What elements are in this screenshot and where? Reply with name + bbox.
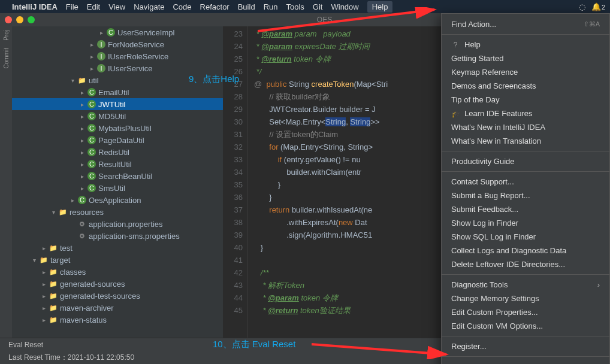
dd-vm-options[interactable]: Edit Custom VM Options... bbox=[442, 319, 609, 333]
tree-row[interactable]: ▾📁resources bbox=[12, 206, 223, 218]
tree-caret-icon[interactable]: ▾ bbox=[50, 209, 56, 216]
tree-caret-icon[interactable]: ▸ bbox=[41, 305, 47, 311]
dd-diagnostic[interactable]: Diagnostic Tools› bbox=[442, 278, 609, 292]
rail-commit[interactable]: Commit bbox=[3, 48, 10, 68]
sync-icon[interactable]: ◌ bbox=[579, 2, 585, 11]
tree-caret-icon[interactable]: ▸ bbox=[79, 173, 85, 180]
tree-node-label: IUserRoleService bbox=[108, 52, 168, 61]
menu-tools[interactable]: Tools bbox=[286, 2, 304, 11]
dd-register[interactable]: Register... bbox=[442, 339, 609, 353]
rail-project[interactable]: Proj bbox=[3, 30, 10, 41]
tree-row[interactable]: ▸CPageDataUtil bbox=[12, 134, 223, 146]
dd-learn[interactable]: 🎓Learn IDE Features bbox=[442, 107, 609, 120]
dd-collect-logs[interactable]: Collect Logs and Diagnostic Data bbox=[442, 244, 609, 257]
tree-caret-icon[interactable]: ▸ bbox=[70, 197, 76, 204]
tree-row[interactable]: ⚙application-sms.properties bbox=[12, 230, 223, 242]
notification-bell-icon[interactable]: 🔔2 bbox=[591, 2, 605, 11]
tree-caret-icon[interactable]: ▸ bbox=[79, 113, 85, 120]
menu-run[interactable]: Run bbox=[264, 2, 278, 11]
tree-row[interactable]: ▸CMD5Util bbox=[12, 110, 223, 122]
menu-edit[interactable]: Edit bbox=[87, 2, 100, 11]
eval-reset-status[interactable]: Eval Reset bbox=[8, 341, 43, 349]
tree-row[interactable]: ▸CSmsUtil bbox=[12, 182, 223, 194]
menu-file[interactable]: File bbox=[66, 2, 78, 11]
dd-separator bbox=[442, 336, 609, 336]
window-minimize-icon[interactable] bbox=[16, 16, 23, 23]
dd-showsql[interactable]: Show SQL Log in Finder bbox=[442, 230, 609, 244]
menu-navigate[interactable]: Navigate bbox=[134, 2, 164, 11]
tree-row[interactable]: ▾📁util bbox=[12, 74, 223, 86]
tree-row[interactable]: ▸📁maven-archiver bbox=[12, 302, 223, 314]
tree-caret-icon[interactable]: ▸ bbox=[41, 281, 47, 287]
tree-row[interactable]: ▸CSearchBeanUtil bbox=[12, 170, 223, 182]
tree-row[interactable]: ▸IForNodeService bbox=[12, 38, 223, 50]
tree-caret-icon[interactable]: ▸ bbox=[79, 161, 85, 168]
project-tree[interactable]: ▸CUserServiceImpl▸IForNodeService▸IIUser… bbox=[12, 26, 223, 338]
tree-node-label: util bbox=[89, 76, 99, 85]
gutter-line: 45 bbox=[223, 304, 243, 317]
tree-row[interactable]: ▸CUserServiceImpl bbox=[12, 26, 223, 38]
menu-git[interactable]: Git bbox=[313, 2, 323, 11]
tree-row[interactable]: ▸📁maven-status bbox=[12, 314, 223, 326]
dd-eval-reset[interactable]: ↻Eval Reset bbox=[442, 360, 609, 364]
dd-keymap[interactable]: Keymap Reference bbox=[442, 65, 609, 79]
menu-code[interactable]: Code bbox=[173, 2, 191, 11]
dd-productivity[interactable]: Productivity Guide bbox=[442, 154, 609, 168]
tree-row[interactable]: ▾📁target bbox=[12, 254, 223, 266]
tree-caret-icon[interactable]: ▸ bbox=[89, 53, 95, 60]
tree-caret-icon[interactable]: ▸ bbox=[79, 185, 85, 192]
dd-getting-started[interactable]: Getting Started bbox=[442, 51, 609, 65]
kbd-shortcut: ⇧⌘A bbox=[584, 20, 600, 28]
dd-feedback[interactable]: Submit Feedback... bbox=[442, 202, 609, 216]
dd-custom-props[interactable]: Edit Custom Properties... bbox=[442, 305, 609, 319]
dd-showlog[interactable]: Show Log in Finder bbox=[442, 216, 609, 230]
tree-caret-icon[interactable]: ▾ bbox=[31, 257, 37, 263]
dd-find-action[interactable]: Find Action...⇧⌘A bbox=[442, 17, 609, 31]
tree-caret-icon[interactable]: ▸ bbox=[41, 293, 47, 299]
tree-row[interactable]: ▸CMybatisPlusUtil bbox=[12, 122, 223, 134]
left-tool-rail[interactable]: Proj Commit bbox=[0, 26, 12, 338]
menu-help[interactable]: Help bbox=[367, 1, 393, 13]
tree-row[interactable]: ▸IIUserRoleService bbox=[12, 50, 223, 62]
tree-row[interactable]: ▸📁generated-test-sources bbox=[12, 290, 223, 302]
dd-whatsnew-translation[interactable]: What's New in Translation bbox=[442, 134, 609, 148]
tree-caret-icon[interactable]: ▸ bbox=[41, 317, 47, 323]
window-close-icon[interactable] bbox=[5, 16, 12, 23]
tree-caret-icon[interactable]: ▸ bbox=[89, 65, 95, 72]
dd-memory[interactable]: Change Memory Settings bbox=[442, 292, 609, 305]
tree-caret-icon[interactable]: ▸ bbox=[89, 41, 95, 48]
tree-row[interactable]: ▸CRedisUtil bbox=[12, 146, 223, 158]
dd-contact[interactable]: Contact Support... bbox=[442, 175, 609, 189]
tree-row[interactable]: ▸CResultUtil bbox=[12, 158, 223, 170]
dd-tip[interactable]: Tip of the Day bbox=[442, 93, 609, 107]
dd-demos[interactable]: Demos and Screencasts bbox=[442, 79, 609, 93]
dd-delete-dirs[interactable]: Delete Leftover IDE Directories... bbox=[442, 257, 609, 271]
tree-node-icon: I bbox=[97, 64, 105, 72]
window-zoom-icon[interactable] bbox=[28, 16, 35, 23]
tree-caret-icon[interactable]: ▸ bbox=[79, 89, 85, 96]
tree-row[interactable]: ⚙application.properties bbox=[12, 218, 223, 230]
tree-row[interactable]: ▸📁test bbox=[12, 242, 223, 254]
tree-row[interactable]: ▸📁generated-sources bbox=[12, 278, 223, 290]
menu-build[interactable]: Build bbox=[238, 2, 255, 11]
tree-row[interactable]: ▸📁classes bbox=[12, 266, 223, 278]
tree-row[interactable]: ▸IIUserService bbox=[12, 62, 223, 74]
dd-whatsnew[interactable]: What's New in IntelliJ IDEA bbox=[442, 120, 609, 134]
tree-caret-icon[interactable]: ▸ bbox=[79, 149, 85, 156]
menu-window[interactable]: Window bbox=[331, 2, 358, 11]
tree-row[interactable]: ▸CJWTUtil bbox=[12, 98, 223, 110]
tree-caret-icon[interactable]: ▸ bbox=[79, 125, 85, 132]
dd-bug[interactable]: Submit a Bug Report... bbox=[442, 189, 609, 202]
tree-row[interactable]: ▸CEmailUtil bbox=[12, 86, 223, 98]
tree-caret-icon[interactable]: ▸ bbox=[79, 101, 85, 108]
tree-caret-icon[interactable]: ▸ bbox=[41, 245, 47, 251]
tree-row[interactable]: ▸COesApplication bbox=[12, 194, 223, 206]
tree-caret-icon[interactable]: ▸ bbox=[98, 29, 104, 36]
tree-caret-icon[interactable]: ▸ bbox=[41, 269, 47, 275]
tree-caret-icon[interactable]: ▾ bbox=[70, 77, 76, 84]
dd-help[interactable]: ?Help bbox=[442, 38, 609, 51]
menu-view[interactable]: View bbox=[108, 2, 125, 11]
menu-refactor[interactable]: Refactor bbox=[200, 2, 229, 11]
tree-caret-icon[interactable]: ▸ bbox=[79, 137, 85, 144]
help-dropdown[interactable]: Find Action...⇧⌘A ?Help Getting Started … bbox=[441, 13, 610, 364]
